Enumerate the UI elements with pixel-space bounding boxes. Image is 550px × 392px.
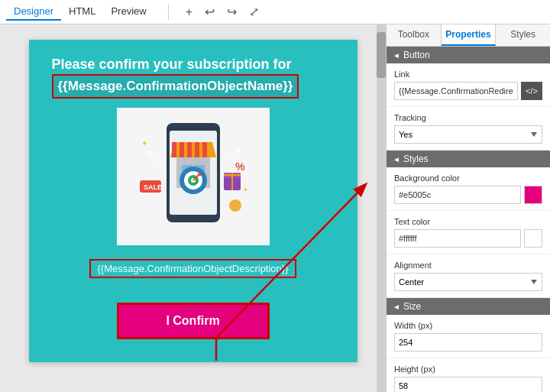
svg-marker-27 xyxy=(236,147,241,152)
text-color-swatch[interactable] xyxy=(524,229,542,248)
button-section-header: ◄ Button xyxy=(387,47,550,63)
text-color-label: Text color xyxy=(394,217,542,226)
scrollbar[interactable] xyxy=(377,24,386,392)
panel-tabs: Toolbox Properties Styles xyxy=(387,24,550,47)
link-code-button[interactable]: </> xyxy=(521,82,542,100)
alignment-select[interactable]: Center xyxy=(394,273,542,291)
height-group: Height (px) xyxy=(387,358,550,392)
bg-color-label: Background color xyxy=(394,173,542,183)
confirmation-object-name-var: {{Message.ConfirmationObjectName}} xyxy=(52,74,299,99)
size-section-label: Size xyxy=(403,301,421,312)
tracking-label: Tracking xyxy=(394,113,542,122)
alignment-group: Alignment Center xyxy=(387,254,550,298)
width-group: Width (px) xyxy=(387,315,550,358)
styles-section-label: Styles xyxy=(403,154,429,164)
svg-rect-4 xyxy=(180,142,184,157)
email-canvas: Please confirm your subscription for {{M… xyxy=(29,40,358,362)
svg-text:✦: ✦ xyxy=(243,186,248,193)
email-headline: Please confirm your subscription for {{M… xyxy=(52,55,335,99)
bg-color-group: Background color xyxy=(387,167,550,211)
confirm-button-container: I Confirm xyxy=(52,295,335,339)
email-body: Please confirm your subscription for {{M… xyxy=(29,40,358,362)
size-section-arrow: ◄ xyxy=(393,303,400,311)
svg-marker-25 xyxy=(146,151,153,156)
bg-color-swatch[interactable] xyxy=(524,186,542,204)
styles-section-arrow: ◄ xyxy=(393,155,400,164)
panel-tab-styles[interactable]: Styles xyxy=(496,24,550,46)
link-group: Link </> xyxy=(387,63,550,107)
svg-text:SALE: SALE xyxy=(144,183,162,191)
svg-rect-5 xyxy=(187,142,192,157)
add-button[interactable]: + xyxy=(183,4,196,21)
svg-text:✦: ✦ xyxy=(141,139,147,147)
confirmation-description-var: {{Message.ConfirmationObjectDescription}… xyxy=(89,259,296,278)
store-illustration: SALE xyxy=(117,108,270,245)
svg-point-23 xyxy=(229,199,241,212)
text-color-group: Text color xyxy=(387,211,550,254)
right-panel: Toolbox Properties Styles ◄ Button Link … xyxy=(386,24,550,392)
confirm-button[interactable]: I Confirm xyxy=(117,303,270,339)
text-color-row xyxy=(394,229,542,248)
redo-button[interactable]: ↪ xyxy=(224,3,240,21)
svg-text:%: % xyxy=(235,160,245,173)
link-input-row: </> xyxy=(394,82,542,100)
bg-color-row xyxy=(394,186,542,204)
styles-section-header: ◄ Styles xyxy=(387,151,550,167)
toolbar: Designer HTML Preview + ↩ ↪ ⤢ xyxy=(0,0,550,24)
height-input[interactable] xyxy=(394,377,542,392)
alignment-label: Alignment xyxy=(394,261,542,270)
svg-line-26 xyxy=(225,150,238,161)
canvas-area: Please confirm your subscription for {{M… xyxy=(0,24,386,392)
expand-button[interactable]: ⤢ xyxy=(246,3,262,21)
tab-designer[interactable]: Designer xyxy=(6,3,61,21)
description-var-container: {{Message.ConfirmationObjectDescription}… xyxy=(52,253,335,284)
tab-preview[interactable]: Preview xyxy=(103,3,154,21)
text-color-input[interactable] xyxy=(394,229,521,248)
toolbar-actions: + ↩ ↪ ⤢ xyxy=(183,3,262,21)
tracking-select[interactable]: Yes xyxy=(394,125,542,144)
button-section-arrow: ◄ xyxy=(393,51,400,60)
undo-button[interactable]: ↩ xyxy=(202,3,218,21)
width-label: Width (px) xyxy=(394,321,542,330)
scrollbar-thumb[interactable] xyxy=(377,32,386,78)
tracking-group: Tracking Yes xyxy=(387,107,550,151)
svg-marker-2 xyxy=(170,142,216,157)
headline-text: Please confirm your subscription for xyxy=(52,57,292,72)
height-label: Height (px) xyxy=(394,364,542,374)
toolbar-separator xyxy=(168,5,169,20)
link-label: Link xyxy=(394,70,542,79)
tab-html[interactable]: HTML xyxy=(61,3,103,21)
panel-tab-properties[interactable]: Properties xyxy=(442,24,497,46)
svg-rect-6 xyxy=(195,142,199,157)
size-section-header: ◄ Size xyxy=(387,298,550,315)
svg-rect-3 xyxy=(172,142,176,157)
bg-color-input[interactable] xyxy=(394,186,521,204)
toolbar-tabs: Designer HTML Preview xyxy=(6,3,154,21)
panel-tab-toolbox[interactable]: Toolbox xyxy=(387,24,442,46)
main-area: Please confirm your subscription for {{M… xyxy=(0,24,550,392)
link-input[interactable] xyxy=(394,82,518,100)
store-svg: SALE xyxy=(125,115,262,238)
width-input[interactable] xyxy=(394,333,542,352)
svg-rect-7 xyxy=(202,142,207,157)
button-section-label: Button xyxy=(403,50,430,60)
